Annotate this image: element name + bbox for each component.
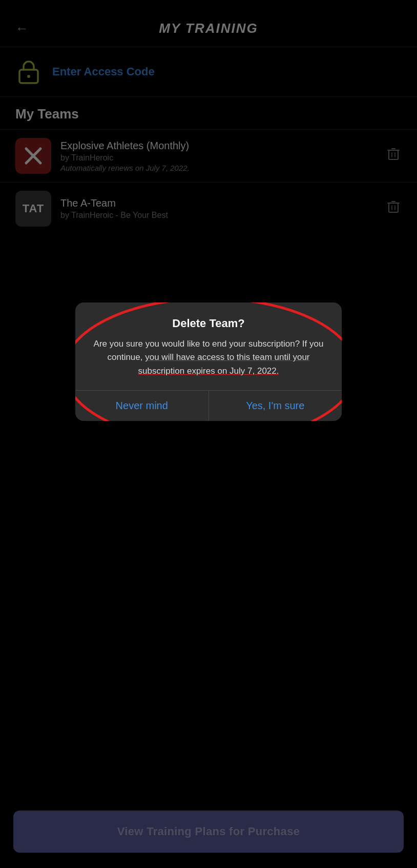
delete-team-modal: Delete Team? Are you sure you would like… [75, 302, 342, 421]
modal-actions: Never mind Yes, I'm sure [75, 390, 342, 421]
modal-title: Delete Team? [92, 317, 325, 330]
modal-body-underline: you will have access to this team until … [138, 352, 310, 375]
modal-content: Delete Team? Are you sure you would like… [75, 302, 342, 390]
yes-sure-button[interactable]: Yes, I'm sure [209, 391, 342, 421]
modal-overlay: Delete Team? Are you sure you would like… [0, 0, 417, 868]
modal-body: Are you sure you would like to end your … [92, 337, 325, 378]
never-mind-button[interactable]: Never mind [75, 391, 209, 421]
